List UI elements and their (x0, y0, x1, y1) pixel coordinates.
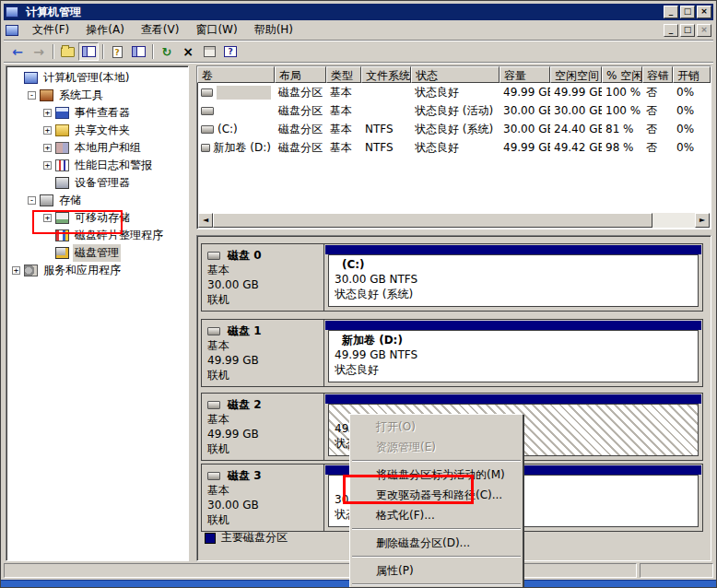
menu-item-mark-active[interactable]: 将磁盘分区标为活动的(M) (350, 465, 523, 485)
menu-bar: 文件(F) 操作(A) 查看(V) 窗口(W) 帮助(H) _ □ × (4, 20, 713, 41)
menu-file[interactable]: 文件(F) (24, 19, 77, 41)
expander[interactable]: + (12, 266, 20, 275)
title-bar: 计算机管理 _ □ × (4, 4, 713, 20)
tree-item-system-tools[interactable]: - 系统工具 (6, 87, 188, 104)
fs-cell: NTFS (361, 123, 411, 135)
tree-item-shared-folders[interactable]: + 共享文件夹 (6, 122, 188, 139)
forward-button[interactable]: → (29, 42, 49, 61)
volume-cell (197, 107, 275, 115)
expander[interactable]: - (28, 196, 36, 205)
tree-item-event-viewer[interactable]: + 事件查看器 (6, 104, 188, 122)
type-cell: 基本 (326, 122, 361, 137)
help-icon: ? (224, 46, 237, 57)
child-minimize-button[interactable]: _ (664, 24, 678, 37)
column-header-freespace[interactable]: 空闲空间 (550, 66, 602, 83)
menu-view[interactable]: 查看(V) (133, 19, 188, 41)
disk-icon (207, 401, 220, 409)
overhead-cell: 0% (673, 141, 711, 154)
scrollbar-track[interactable] (652, 213, 695, 228)
disk-row-1[interactable]: 磁盘 1 基本 49.99 GB 联机 新加卷 (D:) 49.99 GB NT… (201, 319, 703, 387)
disk-2-label: 磁盘 2 基本 49.99 GB 联机 (202, 394, 324, 460)
tree-item-disk-defragmenter[interactable]: 磁盘碎片整理程序 (6, 227, 188, 244)
maximize-button[interactable]: □ (680, 6, 695, 18)
child-close-button[interactable]: × (697, 24, 711, 37)
tree-item-disk-management[interactable]: 磁盘管理 (6, 244, 188, 262)
type-cell: 基本 (326, 140, 361, 156)
tree-item-performance-logs[interactable]: + 性能日志和警报 (6, 157, 188, 174)
primary-partition-strip (325, 245, 701, 254)
scroll-right-arrow-icon[interactable]: ► (695, 213, 710, 228)
column-header-pctfree[interactable]: % 空闲 (602, 66, 642, 83)
fault-cell: 否 (642, 103, 673, 119)
volume-row-unnamed-1[interactable]: 磁盘分区 基本 状态良好 49.99 GB 49.99 GB 100 % 否 0… (197, 83, 711, 101)
show-detail-pane-button[interactable] (128, 42, 148, 61)
toolbar-separator (53, 44, 54, 59)
properties-button[interactable] (199, 42, 219, 61)
volume-row-c[interactable]: (C:) 磁盘分区 基本 NTFS 状态良好 (系统) 30.00 GB 24.… (197, 120, 711, 138)
disk-management-icon (55, 247, 69, 259)
column-header-type[interactable]: 类型 (326, 66, 361, 83)
help-topics-button[interactable]: ? (107, 42, 127, 61)
menu-item-explore[interactable]: 资源管理(E) (350, 437, 523, 457)
column-header-overhead[interactable]: 开销 (673, 66, 711, 83)
selected-volume-highlight (217, 86, 271, 100)
layout-cell: 磁盘分区 (275, 140, 326, 156)
volume-row-unnamed-2[interactable]: 磁盘分区 基本 状态良好 (活动) 30.00 GB 30.00 GB 100 … (197, 101, 711, 120)
tree-item-services-applications[interactable]: + 服务和应用程序 (6, 262, 188, 279)
pctfree-cell: 100 % (602, 104, 642, 117)
volume-row-d[interactable]: 新加卷 (D:) 磁盘分区 基本 NTFS 状态良好 49.99 GB 49.4… (197, 138, 711, 157)
menu-item-change-drive-letter[interactable]: 更改驱动器号和路径(C)... (350, 485, 523, 505)
column-header-filesystem[interactable]: 文件系统 (361, 66, 411, 83)
menu-item-open[interactable]: 打开(O) (350, 417, 523, 437)
menu-item-properties[interactable]: 属性(P) (350, 560, 523, 581)
device-manager-icon (55, 177, 69, 189)
up-one-level-button[interactable] (57, 42, 77, 61)
expander[interactable]: + (43, 109, 52, 117)
expander[interactable]: + (43, 161, 52, 170)
tree-item-label: 本地用户和组 (73, 139, 143, 157)
menu-separator (352, 528, 521, 530)
disk-1-partition[interactable]: 新加卷 (D:) 49.99 GB NTFS 状态良好 (324, 320, 702, 386)
toolbar: ← → ? ↻ × ? (4, 41, 713, 63)
tree-item-storage[interactable]: - 存储 (6, 192, 188, 209)
column-header-volume[interactable]: 卷 (197, 66, 275, 83)
close-button[interactable]: × (697, 6, 711, 18)
menu-help[interactable]: 帮助(H) (246, 19, 301, 41)
column-header-capacity[interactable]: 容量 (500, 66, 550, 83)
menu-window[interactable]: 窗口(W) (187, 19, 245, 41)
disk-row-0[interactable]: 磁盘 0 基本 30.00 GB 联机 (C:) 30.00 GB NTFS 状… (201, 243, 703, 312)
disk-0-partition[interactable]: (C:) 30.00 GB NTFS 状态良好 (系统) (324, 244, 702, 311)
tree-item-computer-management[interactable]: 计算机管理(本地) (6, 69, 188, 87)
menu-action[interactable]: 操作(A) (77, 19, 133, 41)
expander[interactable]: + (43, 126, 52, 135)
scroll-left-arrow-icon[interactable]: ◄ (198, 213, 213, 228)
minimize-button[interactable]: _ (664, 6, 678, 18)
menu-item-delete-partition[interactable]: 删除磁盘分区(D)... (350, 533, 523, 553)
child-restore-button[interactable]: □ (680, 24, 695, 37)
tree-item-label: 设备管理器 (73, 174, 132, 192)
tree-item-label: 共享文件夹 (73, 122, 132, 139)
scrollbar-thumb[interactable] (213, 213, 652, 228)
expander[interactable]: + (43, 144, 52, 152)
disk-type: 基本 (207, 483, 318, 498)
help-button[interactable]: ? (220, 42, 241, 61)
partition-context-menu: 打开(O) 资源管理(E) 将磁盘分区标为活动的(M) 更改驱动器号和路径(C)… (349, 414, 523, 588)
column-header-fault[interactable]: 容错 (642, 66, 673, 83)
delete-button[interactable]: × (178, 42, 198, 61)
primary-partition-color-swatch (205, 533, 216, 544)
horizontal-scrollbar[interactable]: ◄ ► (198, 213, 710, 228)
show-detail-pane-icon (132, 46, 146, 57)
tree-item-device-manager[interactable]: 设备管理器 (6, 174, 188, 192)
disk-type: 基本 (207, 338, 318, 353)
column-header-status[interactable]: 状态 (411, 66, 500, 83)
expander[interactable]: - (28, 91, 36, 100)
tree-item-removable-storage[interactable]: + 可移动存储 (6, 209, 188, 227)
show-hide-tree-button[interactable] (78, 42, 99, 61)
expander[interactable]: + (43, 214, 52, 222)
column-header-layout[interactable]: 布局 (275, 66, 326, 83)
tree-item-local-users-groups[interactable]: + 本地用户和组 (6, 139, 188, 157)
disk-size: 49.99 GB (207, 353, 318, 368)
back-button[interactable]: ← (7, 42, 28, 61)
refresh-button[interactable]: ↻ (157, 42, 177, 61)
menu-item-format[interactable]: 格式化(F)... (350, 505, 523, 525)
